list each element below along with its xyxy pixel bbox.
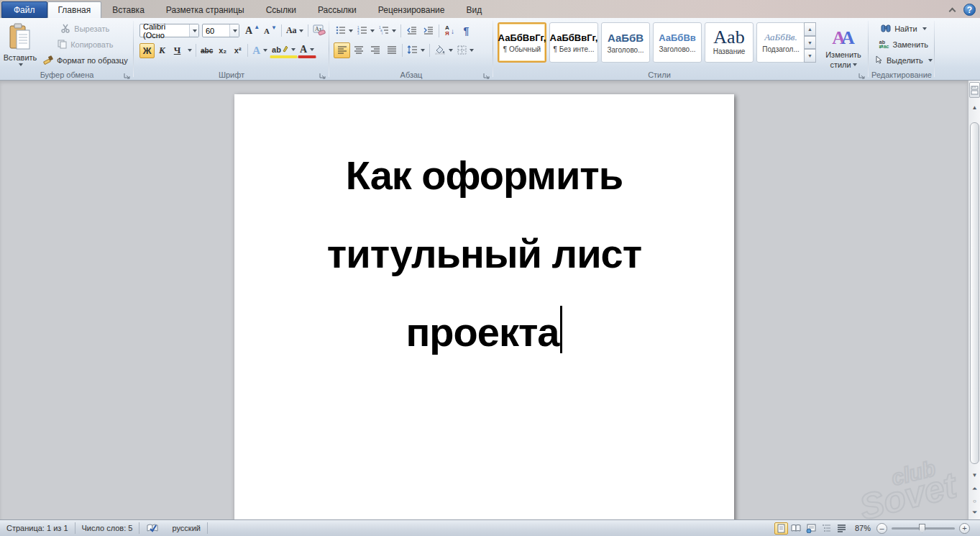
grow-font-button[interactable]: А▲	[243, 23, 262, 38]
chevron-down-icon[interactable]	[189, 24, 198, 37]
next-page-button[interactable]: ⏷	[969, 507, 980, 518]
change-styles-button[interactable]: АА Изменить стили	[821, 21, 866, 76]
increase-indent-button[interactable]	[420, 23, 436, 39]
svg-text:3: 3	[357, 32, 360, 35]
decrease-indent-button[interactable]	[403, 23, 420, 39]
paint-bucket-icon	[434, 45, 446, 56]
borders-button[interactable]	[455, 42, 476, 58]
styles-scroll-up-button[interactable]: ▲	[804, 22, 816, 36]
document-area: Как оформить титульный лист проекта club…	[0, 81, 968, 519]
show-marks-button[interactable]: ¶	[458, 23, 475, 39]
document-page[interactable]: Как оформить титульный лист проекта	[234, 94, 734, 519]
strikethrough-label: abc	[201, 47, 213, 55]
style-no-spacing[interactable]: АаБбВвГг, ¶ Без инте...	[549, 22, 598, 63]
change-case-button[interactable]: Аа	[284, 23, 306, 38]
style-normal[interactable]: АаБбВвГг, ¶ Обычный	[498, 22, 546, 63]
word-window: Файл Главная Вставка Разметка страницы С…	[0, 0, 980, 536]
spellcheck-indicator[interactable]	[139, 520, 165, 536]
minimize-ribbon-button[interactable]	[946, 5, 958, 15]
bold-button[interactable]: Ж	[139, 43, 155, 58]
style-heading1[interactable]: АаБбВ Заголово...	[601, 22, 650, 63]
scrollbar-thumb[interactable]	[970, 122, 979, 464]
paragraph-dialog-launcher[interactable]	[482, 70, 491, 78]
ribbon-tab-bar: Файл Главная Вставка Разметка страницы С…	[0, 0, 980, 18]
line-spacing-button[interactable]	[405, 42, 427, 58]
highlight-color-button[interactable]: ab	[270, 42, 298, 58]
style-sample: АаБбВвГг,	[498, 32, 546, 43]
tab-page-layout[interactable]: Разметка страницы	[155, 1, 255, 18]
chevron-down-icon[interactable]	[229, 24, 239, 37]
zoom-slider[interactable]	[892, 527, 955, 530]
styles-dialog-launcher[interactable]	[858, 70, 866, 78]
bullets-button[interactable]	[334, 23, 355, 39]
format-painter-button[interactable]: Формат по образцу	[40, 54, 131, 67]
cut-button[interactable]: Вырезать	[40, 22, 131, 35]
page-indicator[interactable]: Страница: 1 из 1	[0, 520, 75, 536]
styles-group-label: Стили	[493, 71, 825, 79]
tab-insert[interactable]: Вставка	[101, 1, 155, 18]
tab-home[interactable]: Главная	[47, 1, 102, 18]
clipboard-dialog-launcher[interactable]	[123, 70, 132, 78]
underline-button[interactable]: Ч	[170, 43, 185, 58]
align-left-button[interactable]	[334, 42, 350, 58]
styles-more-button[interactable]: ▼	[804, 49, 816, 63]
shading-button[interactable]	[432, 42, 455, 58]
full-screen-reading-view-button[interactable]	[789, 522, 803, 535]
styles-scroll-down-button[interactable]: ▼	[804, 36, 816, 50]
justify-button[interactable]	[383, 42, 400, 58]
resize-grip[interactable]	[970, 520, 980, 536]
font-color-button[interactable]: А	[298, 42, 316, 58]
numbering-button[interactable]: 123	[355, 23, 377, 39]
language-indicator[interactable]: русский	[165, 520, 206, 536]
scroll-down-arrow[interactable]: ▼	[969, 470, 980, 481]
font-size-combo[interactable]: 60	[202, 24, 239, 37]
find-button[interactable]: Найти	[873, 22, 935, 35]
clear-formatting-button[interactable]: Аз	[311, 23, 328, 38]
font-color-label: А	[300, 44, 307, 55]
replace-label: Заменить	[892, 40, 928, 49]
print-layout-view-button[interactable]	[774, 522, 788, 535]
scroll-up-arrow[interactable]: ▲	[969, 102, 980, 113]
vertical-scrollbar[interactable]: ▲ ▼ ⏶ ○ ⏷	[968, 81, 980, 519]
strikethrough-button[interactable]: abc	[198, 43, 215, 58]
tab-file[interactable]: Файл	[1, 1, 47, 18]
zoom-in-button[interactable]: +	[959, 523, 970, 534]
font-name-combo[interactable]: Calibri (Осно	[139, 24, 199, 37]
subscript-button[interactable]: x₂	[215, 43, 230, 58]
tab-review[interactable]: Рецензирование	[367, 1, 456, 18]
underline-dropdown[interactable]	[185, 43, 193, 58]
tab-references[interactable]: Ссылки	[255, 1, 307, 18]
document-text[interactable]: Как оформить титульный лист проекта	[234, 94, 734, 371]
style-sample: Аab	[713, 29, 744, 45]
zoom-level[interactable]: 87%	[849, 524, 876, 532]
select-button[interactable]: Выделить	[873, 53, 935, 67]
style-subtitle[interactable]: АаБбВв. Подзагол...	[756, 22, 805, 63]
align-center-button[interactable]	[350, 42, 367, 58]
shrink-font-button[interactable]: А▼	[262, 23, 279, 38]
zoom-out-button[interactable]: –	[876, 523, 887, 534]
replace-button[interactable]: ab⇄ac Заменить	[873, 37, 935, 51]
align-right-button[interactable]	[367, 42, 383, 58]
tab-mailings[interactable]: Рассылки	[307, 1, 367, 18]
select-browse-object-button[interactable]: ○	[969, 496, 980, 507]
style-title[interactable]: Аab Название	[705, 22, 754, 63]
italic-button[interactable]: К	[155, 43, 170, 58]
svg-text:i: i	[382, 32, 383, 35]
style-heading2[interactable]: АаБбВв Заголово...	[653, 22, 702, 63]
outline-view-button[interactable]	[820, 522, 833, 535]
ruler-toggle-button[interactable]	[969, 82, 980, 98]
text-effects-button[interactable]: А	[250, 43, 270, 58]
sort-button[interactable]: А Я ↓	[441, 23, 458, 39]
help-button[interactable]: ?	[963, 4, 976, 16]
font-dialog-launcher[interactable]	[319, 70, 327, 78]
multilevel-list-button[interactable]: 1ai	[377, 23, 398, 39]
paste-button[interactable]: Вставить	[3, 21, 37, 76]
superscript-button[interactable]: x²	[230, 43, 245, 58]
copy-button[interactable]: Копировать	[40, 38, 131, 51]
tab-view[interactable]: Вид	[455, 1, 493, 18]
draft-view-button[interactable]	[835, 522, 848, 535]
word-count-indicator[interactable]: Число слов: 5	[75, 520, 139, 536]
web-layout-view-button[interactable]	[805, 522, 818, 535]
zoom-slider-thumb[interactable]	[919, 524, 925, 533]
previous-page-button[interactable]: ⏶	[969, 483, 980, 494]
